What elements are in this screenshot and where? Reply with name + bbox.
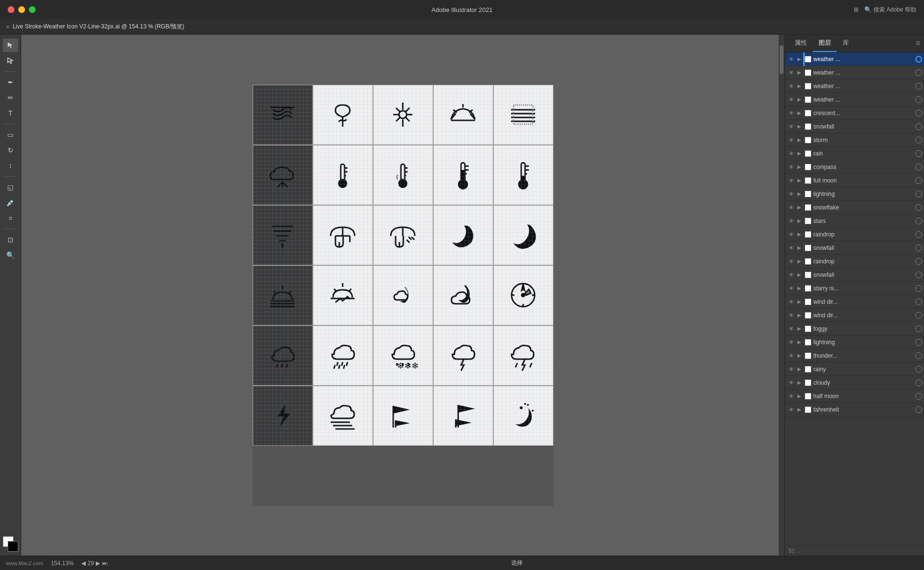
type-tool[interactable]: T	[3, 106, 18, 120]
layer-item[interactable]: 👁 ▶ thunder...	[785, 349, 924, 363]
layer-item[interactable]: 👁 ▶ rain	[785, 147, 924, 160]
close-button[interactable]	[8, 6, 14, 13]
layer-visibility-icon[interactable]: 👁	[787, 351, 796, 360]
layer-visibility-icon[interactable]: 👁	[787, 244, 796, 252]
layer-target-circle[interactable]	[915, 285, 922, 292]
layer-item[interactable]: 👁 ▶ foggy	[785, 322, 924, 336]
layer-item[interactable]: 👁 ▶ fahrenheit	[785, 403, 924, 416]
panel-toggle-icon[interactable]: ⊞	[854, 6, 859, 13]
layer-expand-icon[interactable]: ▶	[796, 96, 803, 104]
layer-expand-icon[interactable]: ▶	[796, 163, 803, 171]
layer-expand-icon[interactable]: ▶	[796, 69, 803, 77]
layer-item[interactable]: 👁 ▶ wind dir...	[785, 309, 924, 322]
reflect-tool[interactable]: ↕	[3, 159, 18, 172]
layer-expand-icon[interactable]: ▶	[796, 325, 803, 333]
layer-item[interactable]: 👁 ▶ lightning	[785, 187, 924, 201]
gradient-tool[interactable]: ◱	[3, 181, 18, 194]
layer-target-circle[interactable]	[915, 137, 922, 143]
layer-expand-icon[interactable]: ▶	[796, 55, 803, 63]
layer-visibility-icon[interactable]: 👁	[787, 122, 796, 131]
layer-expand-icon[interactable]: ▶	[796, 150, 803, 157]
layer-item[interactable]: 👁 ▶ lightning	[785, 336, 924, 349]
layer-visibility-icon[interactable]: 👁	[787, 392, 796, 401]
layer-visibility-icon[interactable]: 👁	[787, 149, 796, 158]
layer-target-circle[interactable]	[915, 325, 922, 332]
layer-visibility-icon[interactable]: 👁	[787, 230, 796, 239]
layer-item[interactable]: 👁 ▶ weather ...	[785, 66, 924, 79]
layer-target-circle[interactable]	[915, 245, 922, 251]
layer-visibility-icon[interactable]: 👁	[787, 284, 796, 293]
layer-item[interactable]: 👁 ▶ half moon	[785, 389, 924, 403]
layer-target-circle[interactable]	[915, 69, 922, 76]
layer-visibility-icon[interactable]: 👁	[787, 176, 796, 185]
layer-expand-icon[interactable]: ▶	[796, 123, 803, 130]
layer-target-circle[interactable]	[915, 379, 922, 386]
last-artboard-button[interactable]: ⏭	[102, 560, 108, 567]
layer-target-circle[interactable]	[915, 164, 922, 170]
layer-visibility-icon[interactable]: 👁	[787, 378, 796, 387]
layer-target-circle[interactable]	[915, 191, 922, 197]
pen-tool[interactable]: ✒	[3, 76, 18, 89]
layer-item[interactable]: 👁 ▶ snowfall	[785, 120, 924, 133]
background-color[interactable]	[8, 541, 18, 552]
layer-visibility-icon[interactable]: 👁	[787, 55, 796, 64]
tab-properties[interactable]: 属性	[789, 35, 813, 52]
tab-close-button[interactable]: ×	[6, 23, 10, 31]
layer-expand-icon[interactable]: ▶	[796, 365, 803, 373]
layer-item[interactable]: 👁 ▶ raindrop	[785, 228, 924, 241]
layer-target-circle[interactable]	[915, 204, 922, 211]
layer-item[interactable]: 👁 ▶ weather ...	[785, 79, 924, 93]
layer-visibility-icon[interactable]: 👁	[787, 257, 796, 266]
scroll-thumb[interactable]	[780, 45, 783, 74]
next-artboard-button[interactable]: ▶	[96, 560, 100, 567]
layer-target-circle[interactable]	[915, 272, 922, 278]
layer-expand-icon[interactable]: ▶	[796, 82, 803, 90]
layer-target-circle[interactable]	[915, 83, 922, 90]
layer-item[interactable]: 👁 ▶ weather ...	[785, 93, 924, 106]
layer-item[interactable]: 👁 ▶ storm	[785, 133, 924, 147]
layer-expand-icon[interactable]: ▶	[796, 204, 803, 211]
color-swatch-container[interactable]	[3, 536, 18, 552]
layer-target-circle[interactable]	[915, 177, 922, 184]
layer-item[interactable]: 👁 ▶ compass	[785, 160, 924, 174]
layer-visibility-icon[interactable]: 👁	[787, 136, 796, 144]
panel-menu-icon[interactable]: ≡	[916, 35, 920, 52]
pencil-tool[interactable]: ✏	[3, 91, 18, 104]
blend-tool[interactable]: ⌗	[3, 211, 18, 225]
layer-expand-icon[interactable]: ▶	[796, 244, 803, 252]
layer-target-circle[interactable]	[915, 406, 922, 413]
layer-item[interactable]: 👁 ▶ cloudy	[785, 376, 924, 389]
layer-visibility-icon[interactable]: 👁	[787, 311, 796, 320]
window-controls[interactable]	[0, 6, 36, 13]
maximize-button[interactable]	[29, 6, 36, 13]
search-bar[interactable]: 🔍 搜索 Adobe 帮助	[864, 6, 916, 14]
layer-visibility-icon[interactable]: 👁	[787, 324, 796, 333]
layer-visibility-icon[interactable]: 👁	[787, 298, 796, 306]
layer-visibility-icon[interactable]: 👁	[787, 365, 796, 374]
artboard-tool[interactable]: ⊡	[3, 233, 18, 246]
layer-target-circle[interactable]	[915, 231, 922, 238]
layer-item[interactable]: 👁 ▶ crescent...	[785, 106, 924, 120]
layer-target-circle[interactable]	[915, 339, 922, 346]
layer-target-circle[interactable]	[915, 298, 922, 305]
layer-expand-icon[interactable]: ▶	[796, 136, 803, 144]
minimize-button[interactable]	[18, 6, 25, 13]
layer-target-circle[interactable]	[915, 110, 922, 117]
eyedropper-tool[interactable]: 💉	[3, 196, 18, 209]
layer-expand-icon[interactable]: ▶	[796, 271, 803, 279]
layer-item[interactable]: 👁 ▶ stars	[785, 214, 924, 228]
layer-target-circle[interactable]	[915, 150, 922, 157]
layer-target-circle[interactable]	[915, 123, 922, 130]
shape-tool[interactable]: ▭	[3, 128, 18, 142]
layer-expand-icon[interactable]: ▶	[796, 177, 803, 184]
layer-visibility-icon[interactable]: 👁	[787, 163, 796, 171]
layer-target-circle[interactable]	[915, 258, 922, 265]
layer-item[interactable]: 👁 ▶ starry ni...	[785, 282, 924, 295]
layer-item[interactable]: 👁 ▶ weather ...	[785, 52, 924, 66]
layer-visibility-icon[interactable]: 👁	[787, 203, 796, 212]
layer-visibility-icon[interactable]: 👁	[787, 82, 796, 91]
layer-visibility-icon[interactable]: 👁	[787, 109, 796, 117]
zoom-tool[interactable]: 🔍	[3, 248, 18, 262]
layer-visibility-icon[interactable]: 👁	[787, 271, 796, 279]
layer-item[interactable]: 👁 ▶ wind dir...	[785, 295, 924, 309]
